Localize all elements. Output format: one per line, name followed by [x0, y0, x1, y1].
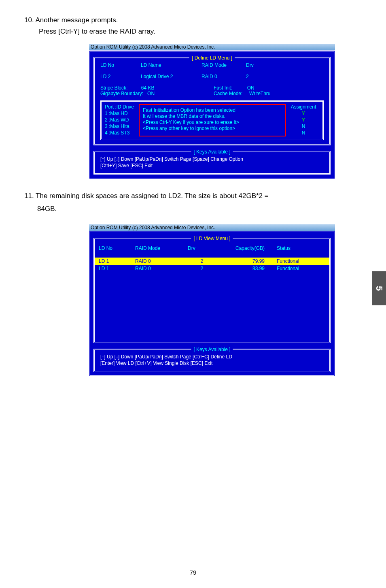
r1-mode: RAID 0 [135, 266, 188, 271]
bios-screenshot-2: Option ROM Utility (c) 2008 Advanced Mic… [89, 224, 335, 377]
keys1-l1: [↑] Up [↓] Down [PaUp/PaDn] Switch Page … [100, 156, 324, 162]
th-cap: Capacity(GB) [216, 245, 277, 251]
stripe-label: Stripe Block: [100, 85, 127, 91]
col-drv: Drv [246, 62, 278, 68]
th-mode: RAID Mode [135, 245, 188, 251]
r0-mode: RAID 0 [135, 258, 188, 264]
row-raidmode: RAID 0 [201, 74, 246, 79]
drive-3: 3 :Mas Hita [105, 124, 137, 129]
drive-2: 2 :Mas WD [105, 117, 137, 123]
keys2-l1: [↑] Up [↓] Down [PaUp/PaDn] Switch Page … [100, 354, 324, 360]
bios-screenshot-1: Option ROM Utility (c) 2008 Advanced Mic… [89, 44, 335, 179]
th-drv: Drv [188, 245, 216, 251]
drive-4: 4 :Mas ST3 [105, 130, 137, 136]
assign-2: Y [288, 117, 319, 123]
step-10-line1: 10. Another message prompts. [24, 16, 362, 24]
keys-title-1: [ Keys Available ] [191, 149, 233, 155]
r1-cap: 83.99 [216, 266, 277, 271]
gb-label: Gigabyte Boundary: [100, 91, 143, 96]
stripe-val [129, 85, 141, 91]
step-11-line2: 84GB. [24, 204, 362, 214]
keys-title-2: [ Keys Available ] [191, 347, 233, 352]
th-status: Status [277, 245, 317, 251]
popup-l1: Fast Initialization Option has been sele… [143, 107, 282, 113]
col-ldno: LD No [100, 62, 141, 68]
th-ldno: LD No [99, 245, 135, 251]
r1-ldno: LD 1 [99, 266, 135, 271]
fastinit-val: ON [247, 85, 255, 91]
popup-l3: <Press Ctrl-Y Key if you are sure to era… [143, 119, 282, 125]
drive-1: 1 :Mas HD [105, 111, 137, 116]
cache-label: Cache Mode: [214, 91, 242, 96]
gb-val: ON [147, 91, 155, 96]
row-ldname: Logical Drive 2 [141, 74, 201, 79]
bios1-titlebar: Option ROM Utility (c) 2008 Advanced Mic… [89, 44, 335, 50]
keys2-l2: [Enter] View LD [Ctrl+V] View Single Dis… [100, 360, 324, 366]
step-11-line1: 11. The remaining disk spaces are assign… [24, 191, 362, 201]
assign-head: Assignment [288, 104, 319, 110]
table-row-selected: LD 1 RAID 0 2 79.99 Functional [95, 258, 329, 265]
drive-head: Port :ID Drive [105, 104, 137, 110]
popup-l2: It will erase the MBR data of the disks. [143, 113, 282, 119]
row-ldno: LD 2 [100, 74, 141, 79]
row-drv: 2 [246, 74, 278, 79]
fastinit-label: Fast Init: [214, 85, 232, 91]
bios2-titlebar: Option ROM Utility (c) 2008 Advanced Mic… [89, 224, 335, 231]
bios1-section-title: [ Define LD Menu ] [189, 55, 235, 61]
assign-1: Y [288, 111, 319, 116]
r0-ldno: LD 1 [99, 258, 135, 264]
r0-cap: 79.99 [216, 258, 277, 264]
step-10-line2: Press [Ctrl-Y] to erase the RAID array. [24, 28, 362, 36]
table-row: LD 1 RAID 0 2 83.99 Functional [95, 265, 329, 272]
r1-status: Functional [277, 266, 317, 271]
chapter-tab: 5 [372, 271, 386, 305]
r1-drv: 2 [188, 266, 216, 271]
assign-4: N [288, 130, 319, 136]
assign-3: N [288, 124, 319, 129]
page-number: 79 [190, 569, 197, 576]
r0-drv: 2 [188, 258, 216, 264]
popup-l4: <Press any other key to ignore this opti… [143, 126, 282, 131]
col-raidmode: RAID Mode [201, 62, 246, 68]
r0-status: Functional [277, 258, 317, 264]
popup-dialog: Fast Initialization Option has been sele… [139, 104, 286, 136]
keys1-l2: [Ctrl+Y] Save [ESC] Exit [100, 163, 324, 168]
bios2-section-title: [ LD View Menu ] [191, 236, 233, 241]
col-ldname: LD Name [141, 62, 201, 68]
cache-val: WriteThru [249, 91, 270, 96]
